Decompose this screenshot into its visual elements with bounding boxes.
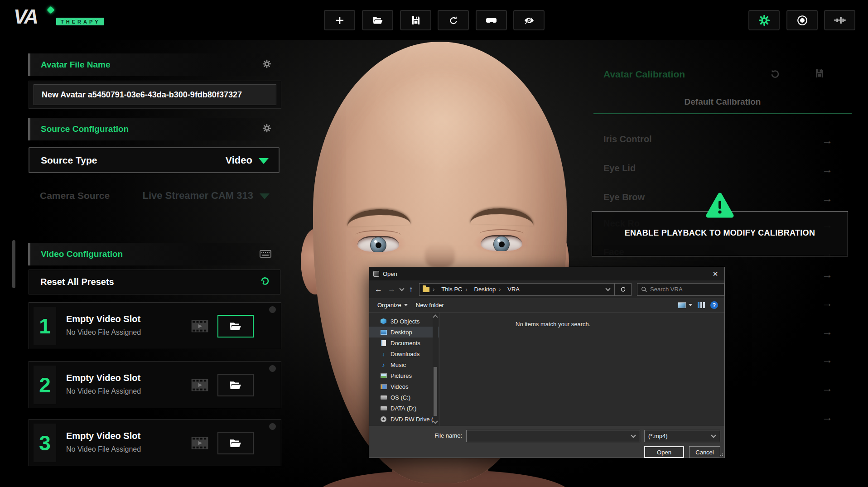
drive-icon bbox=[380, 405, 387, 412]
organize-menu[interactable]: Organize bbox=[377, 302, 408, 309]
eye-off-icon bbox=[523, 15, 535, 26]
reset-all-presets-button[interactable]: Reset All Presets bbox=[29, 270, 280, 294]
forward-icon[interactable]: → bbox=[388, 285, 395, 294]
open-folder-icon bbox=[372, 15, 384, 26]
help-icon[interactable]: ? bbox=[710, 301, 718, 309]
hide-ui-button[interactable] bbox=[513, 10, 545, 30]
address-chevron-icon[interactable] bbox=[606, 286, 611, 291]
save-calibration-icon[interactable] bbox=[814, 68, 825, 81]
settings-button[interactable] bbox=[748, 10, 780, 30]
browse-video-button[interactable] bbox=[217, 374, 254, 396]
browse-video-button[interactable] bbox=[217, 432, 254, 454]
play-video-button[interactable] bbox=[190, 375, 210, 395]
section-avatar-file-name: Avatar File Name bbox=[28, 53, 281, 76]
calibration-row-iris-control[interactable]: Iris Control→ bbox=[603, 134, 852, 148]
refresh-button[interactable] bbox=[438, 10, 469, 30]
slot-number: 3 bbox=[34, 424, 56, 462]
slot-number: 2 bbox=[34, 366, 56, 404]
history-chevron-icon[interactable] bbox=[399, 286, 404, 291]
record-button[interactable] bbox=[786, 10, 818, 30]
browse-video-button[interactable] bbox=[217, 315, 254, 338]
cancel-button[interactable]: Cancel bbox=[689, 446, 720, 458]
calibration-row-eye-lid[interactable]: Eye Lid→ bbox=[603, 163, 852, 177]
sidebar-item-dvd-drive[interactable]: DVD RW Drive (E bbox=[369, 414, 439, 424]
slot-select-radio[interactable] bbox=[269, 365, 276, 372]
gear-icon[interactable] bbox=[262, 124, 271, 135]
back-icon[interactable]: ← bbox=[375, 285, 382, 294]
dialog-title-bar[interactable]: Open ✕ bbox=[369, 267, 724, 280]
film-play-icon bbox=[191, 435, 209, 451]
slot-select-radio[interactable] bbox=[269, 306, 276, 313]
source-type-row[interactable]: Source Type Video bbox=[29, 147, 280, 173]
search-box[interactable] bbox=[637, 283, 724, 296]
breadcrumb-vra[interactable]: VRA bbox=[507, 286, 520, 293]
play-video-button[interactable] bbox=[190, 433, 210, 453]
sidebar-item-downloads[interactable]: ↓ Downloads bbox=[369, 348, 439, 359]
video-slot-2[interactable]: 2 Empty Video Slot No Video File Assigne… bbox=[29, 361, 281, 408]
gear-icon[interactable] bbox=[262, 59, 271, 70]
open-folder-icon bbox=[229, 380, 242, 391]
dialog-toolbar: Organize New folder ? bbox=[369, 298, 724, 313]
breadcrumb-this-pc[interactable]: This PC bbox=[441, 286, 462, 293]
arrow-right-icon: → bbox=[822, 382, 833, 395]
calibration-panel-title: Avatar Calibration bbox=[603, 69, 685, 80]
section-title: Source Configuration bbox=[41, 124, 129, 134]
close-icon[interactable]: ✕ bbox=[706, 267, 724, 280]
avatar-file-name-input[interactable]: New Avatar a5450791-03e6-43da-b300-9fdb8… bbox=[34, 84, 276, 105]
save-button[interactable] bbox=[400, 10, 431, 30]
view-thumbnails-button[interactable] bbox=[678, 302, 692, 308]
keyboard-icon[interactable] bbox=[260, 250, 271, 260]
arrow-right-icon: → bbox=[822, 192, 833, 205]
new-folder-button[interactable]: New folder bbox=[416, 302, 444, 309]
open-project-button[interactable] bbox=[362, 10, 393, 30]
section-title: Avatar File Name bbox=[41, 60, 110, 70]
audio-levels-button[interactable] bbox=[824, 10, 855, 30]
file-name-input[interactable] bbox=[467, 433, 632, 439]
open-button[interactable]: Open bbox=[644, 446, 684, 458]
sidebar-item-videos[interactable]: Videos bbox=[369, 381, 439, 392]
preview-pane-icon[interactable] bbox=[698, 302, 705, 308]
search-input[interactable] bbox=[650, 286, 718, 293]
plus-icon bbox=[334, 15, 345, 26]
sidebar-scrollbar[interactable] bbox=[433, 313, 438, 425]
sidebar-item-data-d[interactable]: DATA (D:) bbox=[369, 403, 439, 414]
sidebar-item-3d-objects[interactable]: 3D Objects bbox=[369, 316, 439, 327]
file-type-filter[interactable]: (*.mp4) bbox=[644, 430, 720, 442]
up-icon[interactable]: ↑ bbox=[409, 285, 413, 294]
new-project-button[interactable] bbox=[324, 10, 355, 30]
video-slot-3[interactable]: 3 Empty Video Slot No Video File Assigne… bbox=[29, 419, 281, 466]
undo-icon[interactable] bbox=[769, 68, 781, 82]
sidebar-item-os-c[interactable]: OS (C:) bbox=[369, 392, 439, 403]
resize-grip[interactable] bbox=[719, 453, 723, 456]
file-name-combo[interactable] bbox=[466, 430, 640, 442]
app-logo: VA bbox=[14, 5, 37, 28]
video-icon bbox=[380, 383, 387, 390]
source-type-label: Source Type bbox=[41, 155, 97, 166]
refresh-icon bbox=[448, 15, 459, 26]
slot-select-radio[interactable] bbox=[269, 423, 276, 430]
disc-icon bbox=[380, 416, 387, 423]
chevron-down-icon[interactable] bbox=[631, 433, 636, 438]
scrollbar-thumb[interactable] bbox=[434, 367, 437, 416]
play-video-button[interactable] bbox=[190, 316, 210, 336]
picture-icon bbox=[380, 372, 387, 379]
folder-icon bbox=[423, 287, 429, 292]
dialog-file-list[interactable]: No items match your search. bbox=[439, 313, 724, 427]
breadcrumb-desktop[interactable]: Desktop bbox=[474, 286, 496, 293]
chevron-down-icon bbox=[259, 158, 269, 164]
dialog-sidebar: 3D Objects Desktop Documents ↓ Downloads… bbox=[369, 313, 439, 427]
scroll-up-icon[interactable] bbox=[433, 314, 438, 319]
refresh-address-button[interactable] bbox=[615, 283, 632, 296]
arrow-right-icon: → bbox=[822, 325, 833, 338]
sidebar-item-music[interactable]: ♪ Music bbox=[369, 359, 439, 370]
vr-mode-button[interactable] bbox=[476, 10, 507, 30]
address-bar[interactable]: › This PC › Desktop › VRA bbox=[419, 283, 615, 296]
dialog-bottom-bar: File name: (*.mp4) Open Cancel bbox=[369, 426, 724, 458]
sidebar-item-desktop[interactable]: Desktop bbox=[369, 327, 439, 338]
video-slot-1[interactable]: 1 Empty Video Slot No Video File Assigne… bbox=[29, 302, 281, 349]
scroll-down-icon[interactable] bbox=[433, 419, 438, 424]
file-type-value: (*.mp4) bbox=[648, 433, 668, 439]
left-scrollbar[interactable] bbox=[12, 240, 15, 288]
sidebar-item-pictures[interactable]: Pictures bbox=[369, 370, 439, 381]
sidebar-item-documents[interactable]: Documents bbox=[369, 338, 439, 348]
